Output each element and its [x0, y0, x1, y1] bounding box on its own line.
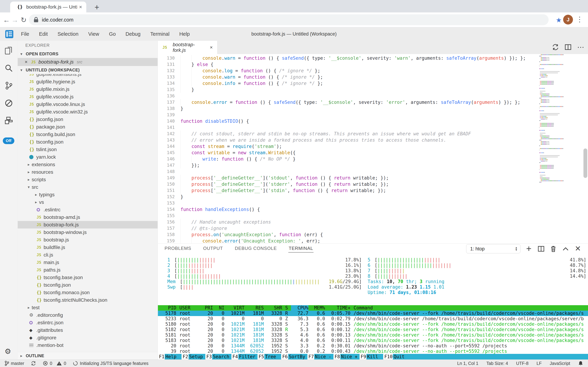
menu-item-terminal[interactable]: Terminal [150, 31, 170, 37]
code-line-153[interactable]: 153 [158, 200, 537, 206]
column-header-time+[interactable]: TIME+ [325, 305, 350, 311]
status-tab-size-4[interactable]: Tab Size: 4 [487, 361, 508, 366]
fkey-F9[interactable]: F9Kill [360, 354, 383, 359]
code-line-154[interactable]: 154function handleExceptions() { [158, 206, 537, 213]
terminal-session-select[interactable]: 1: htop ▲▼ [466, 244, 521, 253]
browser-avatar[interactable]: J [563, 15, 573, 25]
tree-item-gulpfile.mixin.js[interactable]: JSgulpfile.mixin.js [18, 85, 157, 93]
panel-tab-debug-console[interactable]: DEBUG CONSOLE [234, 244, 277, 253]
tree-item-.gitattributes[interactable]: ◆.gitattributes [18, 326, 157, 334]
fkey-F2[interactable]: F2Setup [182, 354, 205, 359]
code-line-138[interactable]: 138} [158, 105, 537, 112]
tree-item-src[interactable]: ▾src [18, 183, 157, 191]
code-line-159[interactable]: 159 console.error('Uncaught Exception: '… [158, 238, 537, 243]
tree-item-package.json[interactable]: {}package.json [18, 123, 157, 131]
column-header-pid[interactable]: PID [158, 305, 176, 311]
code-line-157[interactable]: 157 // @ts-ignore [158, 225, 537, 232]
code-line-144[interactable]: 144 const stream = require('stream'); [158, 143, 537, 150]
process-row-5180[interactable]: 5180root2001021M181M3328S7.30.60:00.15/d… [158, 321, 588, 327]
code-line-142[interactable]: 142 // const stdout, stderr and stdin be… [158, 131, 537, 137]
forward-icon[interactable]: → [11, 16, 19, 24]
fkey-F1[interactable]: F1Help [158, 354, 182, 359]
editor-tab-close-icon[interactable]: × [210, 45, 213, 50]
code-line-134[interactable]: 134 console.info = function () { /* igno… [158, 80, 537, 86]
menu-item-debug[interactable]: Debug [125, 31, 141, 37]
language-status-item[interactable]: Initializing JS/TS language features [73, 361, 149, 366]
tree-item-bootstrap-window.js[interactable]: JSbootstrap-window.js [18, 228, 157, 236]
code-line-141[interactable]: 141 [158, 124, 537, 131]
tree-item-gulpfile.vscode.js[interactable]: JSgulpfile.vscode.js [18, 93, 157, 100]
address-bar[interactable]: ide.coder.com [29, 14, 549, 25]
tree-item-gulpfile.hygiene.js[interactable]: JSgulpfile.hygiene.js [18, 78, 157, 85]
process-row-20[interactable]: 20root2001344M620521952S3.30.20:30.01/de… [158, 343, 588, 349]
tree-item-bootstrap-amd.js[interactable]: JSbootstrap-amd.js [18, 213, 157, 221]
settings-gear-icon[interactable]: ⚙ [5, 347, 11, 356]
fkey-F6[interactable]: F6SortBy [281, 354, 307, 359]
code-line-139[interactable]: 139 [158, 112, 537, 118]
bell-icon[interactable] [578, 360, 583, 366]
tab-close-icon[interactable]: × [79, 4, 82, 10]
code-line-152[interactable]: 152} [158, 194, 537, 200]
tree-item-.editorconfig[interactable]: ⚙.editorconfig [18, 311, 157, 319]
source-control-icon[interactable] [4, 81, 13, 90]
new-terminal-icon[interactable]: + [525, 245, 533, 253]
extensions-icon[interactable] [4, 116, 13, 125]
tree-item-extensions[interactable]: ▸extensions [18, 161, 157, 168]
tree-item-.mention-bot[interactable]: .mention-bot [18, 342, 157, 349]
process-row-5233[interactable]: 5233root200000Z36.30.00:02.79/dev/shm/bi… [158, 316, 588, 321]
menu-item-view[interactable]: View [88, 31, 99, 37]
process-row-39[interactable]: 39root2001344M620521952S0.00.20:00.43/de… [158, 349, 588, 354]
tree-item-.eslintrc.json[interactable]: .eslintrc.json [18, 319, 157, 326]
tree-item-gulpfile.vscode.linux.js[interactable]: JSgulpfile.vscode.linux.js [18, 100, 157, 108]
column-header-cpu%[interactable]: CPU% [291, 305, 308, 311]
git-branch-item[interactable]: master [5, 361, 24, 366]
column-header-pri[interactable]: PRI [198, 305, 213, 311]
code-line-151[interactable]: 151 process['__defineGetter__']('stdin',… [158, 187, 537, 194]
split-editor-icon[interactable] [564, 43, 572, 51]
status-lf[interactable]: LF [537, 361, 542, 366]
bookmark-star-icon[interactable]: ★ [556, 16, 562, 24]
process-row-5183[interactable]: 5183root2001021M181M3328S4.00.60:00.11/d… [158, 338, 588, 343]
new-tab-button[interactable]: + [95, 2, 99, 12]
column-header-s[interactable]: S [282, 305, 291, 311]
code-line-133[interactable]: 133 console.warn = function () { /* igno… [158, 74, 537, 80]
explorer-icon[interactable] [4, 46, 13, 55]
off-badge[interactable]: Off [3, 137, 14, 144]
back-icon[interactable]: ← [2, 16, 10, 24]
problems-item[interactable]: 0 0 [43, 361, 66, 366]
close-panel-icon[interactable]: ✕ [574, 245, 582, 253]
tree-item-cli.js[interactable]: JScli.js [18, 251, 157, 259]
tree-item-resources[interactable]: ▸resources [18, 168, 157, 176]
debug-icon[interactable] [4, 99, 13, 108]
tree-item-scripts[interactable]: ▸scripts [18, 176, 157, 183]
code-line-135[interactable]: 135 } [158, 86, 537, 93]
code-line-158[interactable]: 158 process.on('uncaughtException', func… [158, 232, 537, 238]
terminal-output[interactable]: 1[||||||||||||||17.8%]2[|||||||||||||16.… [158, 254, 588, 359]
code-line-145[interactable]: 145 const writable = new stream.Writable… [158, 150, 537, 156]
tree-item-yarn.lock[interactable]: yarn.lock [18, 153, 157, 161]
tree-item-gulpfile.extensions.js[interactable]: JSgulpfile.extensions.js [18, 74, 157, 78]
column-header-user[interactable]: USER [176, 305, 198, 311]
tree-item-tsconfig.build.json[interactable]: {}tsconfig.build.json [18, 131, 157, 138]
menu-item-help[interactable]: Help [179, 31, 190, 37]
panel-tab-problems[interactable]: PROBLEMS [164, 244, 192, 253]
code-line-130[interactable]: 130 console.warn = function () { safeSen… [158, 55, 537, 61]
maximize-panel-icon[interactable] [562, 245, 570, 253]
column-header-virt[interactable]: VIRT [224, 305, 245, 311]
code-line-132[interactable]: 132 console.log = function () { /* ignor… [158, 67, 537, 74]
code-line-140[interactable]: 140function disableSTDIO() { [158, 118, 537, 124]
tree-item-bootstrap.js[interactable]: JSbootstrap.js [18, 236, 157, 243]
reload-icon[interactable]: ↻ [20, 16, 28, 24]
app-logo-icon[interactable] [5, 30, 13, 38]
column-header-shr[interactable]: SHR [264, 305, 282, 311]
tree-item-bootstrap-fork.js[interactable]: JSbootstrap-fork.js [18, 221, 157, 228]
tree-item-tsconfig.json[interactable]: {}tsconfig.json [18, 138, 157, 146]
menu-item-selection[interactable]: Selection [58, 31, 78, 37]
code-line-149[interactable]: 149 process['__defineGetter__']('stdout'… [158, 175, 537, 181]
minimap[interactable] [539, 54, 582, 193]
tree-item-.eslintrc[interactable]: .eslintrc [18, 206, 157, 213]
process-row-5178[interactable]: 5178root2001021M181M3328R72.70.60:05.70/… [158, 311, 588, 316]
fkey-F4[interactable]: F4Filter [232, 354, 257, 359]
code-line-156[interactable]: 156 // Handle uncaught exceptions [158, 219, 537, 225]
tree-item-vs[interactable]: ▸vs [18, 198, 157, 206]
